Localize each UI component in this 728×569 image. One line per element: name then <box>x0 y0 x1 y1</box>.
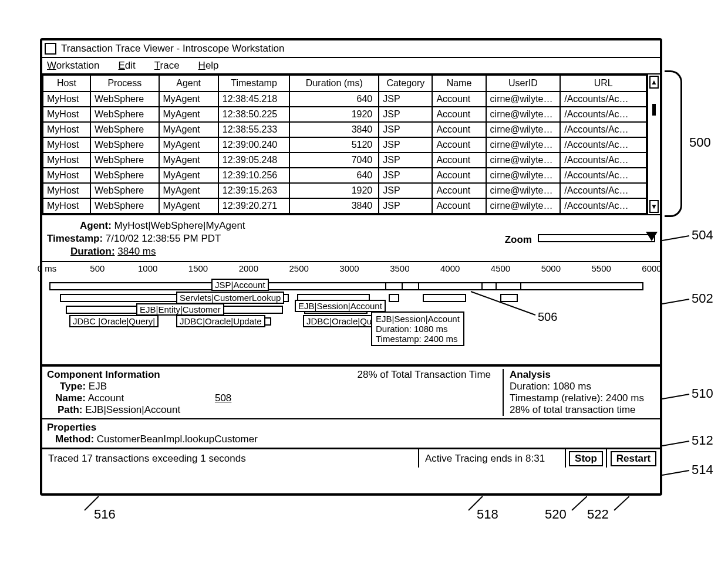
cell-timestamp: 12:38:45.218 <box>218 92 290 107</box>
table-row[interactable]: MyHostWebSphereMyAgent12:39:10.256640JSP… <box>43 168 646 183</box>
scroll-handle-icon[interactable] <box>652 104 656 116</box>
prop-method-label: Method: <box>55 433 94 445</box>
menu-help[interactable]: Help <box>198 60 219 72</box>
table-row[interactable]: MyHostWebSphereMyAgent12:39:05.2487040JS… <box>43 153 646 168</box>
svg-line-2 <box>662 299 689 304</box>
gantt-bar[interactable] <box>49 282 643 290</box>
col-timestamp[interactable]: Timestamp <box>218 75 290 92</box>
callout-518: 518 <box>477 507 498 522</box>
svg-line-9 <box>614 496 629 510</box>
cell-process: WebSphere <box>90 122 159 137</box>
callout-514: 514 <box>692 462 713 477</box>
title-bar: Transaction Trace Viewer - Introscope Wo… <box>42 40 660 58</box>
table-row[interactable]: MyHostWebSphereMyAgent12:38:50.2251920JS… <box>43 107 646 122</box>
cell-userid: cirne@wilyte… <box>486 153 561 168</box>
ruler-tick-label: 5500 <box>591 263 611 273</box>
gantt-bar[interactable] <box>496 282 521 290</box>
cell-process: WebSphere <box>90 168 159 183</box>
leader-506 <box>471 292 541 321</box>
trace-table-area: Host Process Agent Timestamp Duration (m… <box>42 74 660 215</box>
gantt-label-jdbc-oracle-query: JDBC |Oracle|Query| <box>69 315 159 327</box>
col-name[interactable]: Name <box>432 75 486 92</box>
duration-value: 3840 ms <box>117 246 156 257</box>
gantt-bar[interactable] <box>423 294 466 302</box>
scroll-down-icon[interactable]: ▼ <box>649 200 659 213</box>
col-agent[interactable]: Agent <box>159 75 218 92</box>
cell-url: /Accounts/Ac… <box>560 168 646 183</box>
gantt-bar[interactable] <box>389 294 399 302</box>
cell-process: WebSphere <box>90 198 159 214</box>
cell-userid: cirne@wilyte… <box>486 183 561 198</box>
menu-workstation[interactable]: Workstation <box>47 60 99 72</box>
table-row[interactable]: MyHostWebSphereMyAgent12:38:55.2333840JS… <box>43 122 646 137</box>
gantt-tooltip: EJB|Session|Account Duration: 1080 ms Ti… <box>371 311 464 346</box>
gantt-bar[interactable] <box>418 282 483 290</box>
cell-category: JSP <box>379 198 432 214</box>
cell-agent: MyAgent <box>159 107 218 122</box>
pct-total-time: 28% of Total Transaction Time <box>358 369 491 381</box>
cell-agent: MyAgent <box>159 92 218 107</box>
leader-522 <box>606 496 629 514</box>
cell-name: Account <box>432 107 486 122</box>
gantt-area[interactable]: JSP|Account Servlets|CustomerLookup EJB|… <box>42 279 660 367</box>
cell-name: Account <box>432 137 486 153</box>
trace-table[interactable]: Host Process Agent Timestamp Duration (m… <box>42 74 647 214</box>
cell-url: /Accounts/Ac… <box>560 137 646 153</box>
component-info-title: Component Information <box>47 369 160 380</box>
cell-userid: cirne@wilyte… <box>486 122 561 137</box>
table-row[interactable]: MyHostWebSphereMyAgent12:39:00.2405120JS… <box>43 137 646 153</box>
table-row[interactable]: MyHostWebSphereMyAgent12:39:15.2631920JS… <box>43 183 646 198</box>
gantt-bar[interactable] <box>385 282 403 290</box>
cell-url: /Accounts/Ac… <box>560 153 646 168</box>
callout-510: 510 <box>692 386 713 401</box>
analysis-duration: Duration: 1080 ms <box>510 381 655 392</box>
table-row[interactable]: MyHostWebSphereMyAgent12:39:20.2713840JS… <box>43 198 646 214</box>
cell-url: /Accounts/Ac… <box>560 122 646 137</box>
scroll-up-icon[interactable]: ▲ <box>649 76 659 89</box>
scroll-track[interactable] <box>648 90 660 199</box>
menu-trace[interactable]: Trace <box>154 60 180 72</box>
vertical-scrollbar[interactable]: ▲ ▼ <box>647 74 660 214</box>
zoom-slider[interactable] <box>538 234 655 242</box>
col-host[interactable]: Host <box>43 75 90 92</box>
cell-agent: MyAgent <box>159 153 218 168</box>
gantt-label-servlets-customerlookup: Servlets|CustomerLookup <box>176 292 284 304</box>
cell-host: MyHost <box>43 183 90 198</box>
restart-button[interactable]: Restart <box>611 451 657 466</box>
cell-url: /Accounts/Ac… <box>560 92 646 107</box>
analysis-title: Analysis <box>510 369 655 381</box>
col-userid[interactable]: UserID <box>486 75 561 92</box>
zoom-thumb-icon[interactable] <box>646 232 658 241</box>
cell-process: WebSphere <box>90 183 159 198</box>
ci-type-label: Type: <box>60 381 86 392</box>
col-process[interactable]: Process <box>90 75 159 92</box>
col-url[interactable]: URL <box>560 75 646 92</box>
properties-section: Properties Method: CustomerBeanImpl.look… <box>42 418 660 448</box>
ruler-tick-label: 2500 <box>289 263 308 273</box>
menu-edit[interactable]: Edit <box>118 60 135 72</box>
stop-button[interactable]: Stop <box>569 451 603 466</box>
col-duration[interactable]: Duration (ms) <box>289 75 379 92</box>
svg-line-3 <box>662 394 689 399</box>
zoom-label: Zoom <box>505 234 532 246</box>
table-row[interactable]: MyHostWebSphereMyAgent12:38:45.218640JSP… <box>43 92 646 107</box>
timestamp-label: Timestamp: <box>47 233 103 244</box>
cell-process: WebSphere <box>90 92 159 107</box>
cell-duration: 3840 <box>289 122 379 137</box>
cell-timestamp: 12:39:00.240 <box>218 137 290 153</box>
prop-method-value: CustomerBeanImpl.lookupCustomer <box>97 433 258 445</box>
svg-line-1 <box>662 236 689 241</box>
cell-duration: 5120 <box>289 137 379 153</box>
leader-512 <box>662 440 692 452</box>
system-menu-icon[interactable] <box>45 43 56 55</box>
ci-path-label: Path: <box>58 404 83 415</box>
cell-url: /Accounts/Ac… <box>560 183 646 198</box>
cell-host: MyHost <box>43 168 90 183</box>
callout-520: 520 <box>545 507 567 522</box>
window-title: Transaction Trace Viewer - Introscope Wo… <box>61 43 284 55</box>
component-info-section: Component Information 28% of Total Trans… <box>42 365 660 418</box>
analysis-pct: 28% of total transaction time <box>510 404 655 416</box>
ci-path-value: EJB|Session|Account <box>85 404 180 415</box>
col-category[interactable]: Category <box>379 75 432 92</box>
gantt-label-jdbc-oracle-qu: JDBC|Oracle|Qu <box>303 315 375 327</box>
